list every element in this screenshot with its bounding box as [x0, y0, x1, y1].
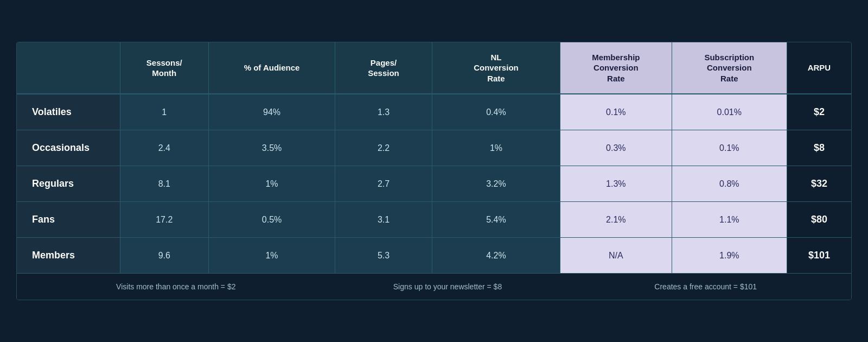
- row-pages: 5.3: [335, 238, 432, 274]
- row-subscription: 0.01%: [672, 94, 787, 130]
- row-pages: 2.7: [335, 166, 432, 202]
- row-audience: 1%: [209, 166, 335, 202]
- header-subscription: Subscription Conversion Rate: [672, 42, 787, 94]
- row-subscription: 1.9%: [672, 238, 787, 274]
- row-membership: 2.1%: [560, 202, 672, 238]
- data-table: Sessons/ Month % of Audience Pages/ Sess…: [17, 42, 851, 300]
- row-audience: 1%: [209, 238, 335, 274]
- row-label: Volatiles: [17, 94, 120, 130]
- table-row: Regulars8.11%2.73.2%1.3%0.8%$32: [17, 166, 851, 202]
- row-subscription: 1.1%: [672, 202, 787, 238]
- row-pages: 3.1: [335, 202, 432, 238]
- row-membership: 0.1%: [560, 94, 672, 130]
- row-arpu: $8: [787, 130, 851, 166]
- row-arpu: $2: [787, 94, 851, 130]
- table-row: Volatiles194%1.30.4%0.1%0.01%$2: [17, 94, 851, 130]
- row-subscription: 0.1%: [672, 130, 787, 166]
- header-sessions: Sessons/ Month: [120, 42, 209, 94]
- header-pages: Pages/ Session: [335, 42, 432, 94]
- table-row: Members9.61%5.34.2%N/A1.9%$101: [17, 238, 851, 274]
- row-sessions: 2.4: [120, 130, 209, 166]
- row-nl: 0.4%: [432, 94, 560, 130]
- table-row: Occasionals2.43.5%2.21%0.3%0.1%$8: [17, 130, 851, 166]
- row-nl: 5.4%: [432, 202, 560, 238]
- header-membership: Membership Conversion Rate: [560, 42, 672, 94]
- row-label: Fans: [17, 202, 120, 238]
- header-nl: NL Conversion Rate: [432, 42, 560, 94]
- row-audience: 0.5%: [209, 202, 335, 238]
- header-audience: % of Audience: [209, 42, 335, 94]
- header-arpu: ARPU: [787, 42, 851, 94]
- row-sessions: 8.1: [120, 166, 209, 202]
- table-row: Fans17.20.5%3.15.4%2.1%1.1%$80: [17, 202, 851, 238]
- row-audience: 3.5%: [209, 130, 335, 166]
- row-label: Members: [17, 238, 120, 274]
- row-nl: 1%: [432, 130, 560, 166]
- row-subscription: 0.8%: [672, 166, 787, 202]
- header-empty: [17, 42, 120, 94]
- footer-col3: Creates a free account = $101: [560, 274, 851, 300]
- row-label: Regulars: [17, 166, 120, 202]
- footer-row: Visits more than once a month = $2 Signs…: [17, 274, 851, 300]
- row-arpu: $32: [787, 166, 851, 202]
- footer-col2: Signs up to your newsletter = $8: [335, 274, 560, 300]
- table-header-row: Sessons/ Month % of Audience Pages/ Sess…: [17, 42, 851, 94]
- row-arpu: $80: [787, 202, 851, 238]
- footer-col1: Visits more than once a month = $2: [17, 274, 335, 300]
- row-membership: 1.3%: [560, 166, 672, 202]
- row-sessions: 1: [120, 94, 209, 130]
- row-sessions: 9.6: [120, 238, 209, 274]
- row-pages: 2.2: [335, 130, 432, 166]
- main-table-wrapper: Sessons/ Month % of Audience Pages/ Sess…: [16, 42, 852, 301]
- row-pages: 1.3: [335, 94, 432, 130]
- row-arpu: $101: [787, 238, 851, 274]
- row-nl: 3.2%: [432, 166, 560, 202]
- row-membership: N/A: [560, 238, 672, 274]
- row-nl: 4.2%: [432, 238, 560, 274]
- row-sessions: 17.2: [120, 202, 209, 238]
- row-label: Occasionals: [17, 130, 120, 166]
- row-audience: 94%: [209, 94, 335, 130]
- row-membership: 0.3%: [560, 130, 672, 166]
